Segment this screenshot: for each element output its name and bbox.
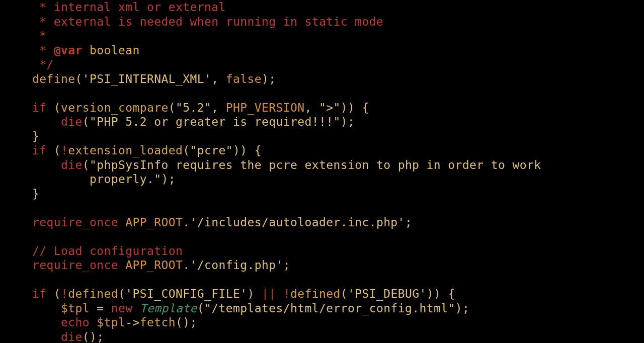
kw-if: if [32, 287, 47, 300]
kw-if: if [32, 101, 47, 114]
var-tpl: $tpl [97, 316, 125, 329]
var-tpl: $tpl [61, 302, 90, 315]
comment-line: * [32, 29, 47, 42]
const-php-version: PHP_VERSION [226, 101, 305, 114]
phpdoc-tag: @var [54, 44, 83, 57]
comment-line: * external is needed when running in sta… [32, 15, 383, 28]
fn-extension-loaded: extension_loaded [68, 144, 183, 157]
fn-defined: defined [68, 287, 118, 300]
bool-literal: false [226, 72, 262, 85]
fn-die: die [61, 330, 83, 344]
code-editor-content[interactable]: * internal xml or external * external is… [0, 0, 644, 343]
class-template: Template [140, 302, 197, 315]
phpdoc-type: boolean [83, 44, 140, 57]
const-app-root: APP_ROOT [125, 216, 183, 229]
op-not: ! [61, 144, 68, 157]
op-not: ! [61, 287, 68, 300]
kw-if: if [32, 144, 47, 157]
comment-line: */ [32, 58, 54, 71]
op-or: || [262, 287, 276, 300]
fn-die: die [61, 158, 83, 172]
kw-require-once: require_once [32, 216, 118, 229]
op-not: ! [283, 287, 290, 300]
comment-line: // Load configuration [32, 244, 183, 258]
fn-version-compare: version_compare [61, 101, 169, 114]
kw-echo: echo [61, 316, 90, 329]
fn-defined: defined [290, 287, 341, 300]
comment-line: * [32, 44, 54, 57]
fn-fetch: fetch [140, 316, 176, 329]
kw-new: new [111, 302, 133, 315]
fn-die: die [61, 115, 83, 128]
string-literal: 'PSI_INTERNAL_XML' [83, 72, 211, 85]
const-app-root: APP_ROOT [125, 259, 183, 272]
comment-line: * internal xml or external [32, 1, 226, 14]
fn-define: define [32, 72, 75, 85]
kw-require-once: require_once [32, 259, 118, 272]
